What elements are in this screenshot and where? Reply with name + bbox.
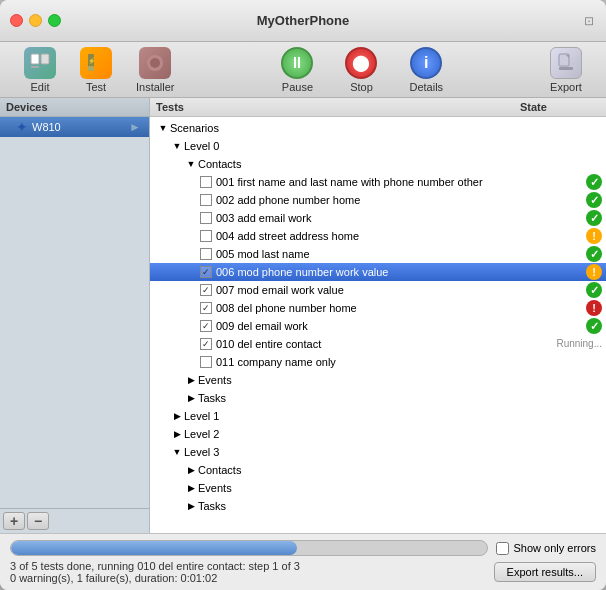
level3-expand-icon[interactable] (172, 447, 182, 457)
test-checkbox-009[interactable] (200, 320, 212, 332)
level0-expand-icon[interactable] (172, 141, 182, 151)
level1-row[interactable]: Level 1 (150, 407, 606, 425)
tasks3-expand-icon[interactable] (186, 501, 196, 511)
tree-view[interactable]: Scenarios Level 0 Contacts 001 first nam… (150, 117, 606, 533)
details-icon: i (410, 47, 442, 79)
svg-text:⚡: ⚡ (88, 57, 96, 65)
test-row-010[interactable]: 010 del entire contact Running... (150, 335, 606, 353)
test-row-001[interactable]: 001 first name and last name with phone … (150, 173, 606, 191)
contacts-expand-icon[interactable] (186, 159, 196, 169)
test-checkbox-008[interactable] (200, 302, 212, 314)
state-column-header: State (520, 101, 600, 113)
status-icon-001: ✓ (586, 174, 602, 190)
status-lines: 3 of 5 tests done, running 010 del entir… (10, 560, 596, 584)
test-checkbox-005[interactable] (200, 248, 212, 260)
add-device-button[interactable]: + (3, 512, 25, 530)
status-icon-007: ✓ (586, 282, 602, 298)
test-label-010: 010 del entire contact (216, 336, 552, 352)
details-button[interactable]: i Details (403, 43, 449, 97)
test-row-008[interactable]: 008 del phone number home ! (150, 299, 606, 317)
events-row[interactable]: Events (150, 371, 606, 389)
test-row-007[interactable]: 007 mod email work value ✓ (150, 281, 606, 299)
contacts-row[interactable]: Contacts (150, 155, 606, 173)
level2-row[interactable]: Level 2 (150, 425, 606, 443)
test-label-003: 003 add email work (216, 210, 584, 226)
stop-button[interactable]: ⬤ Stop (339, 43, 383, 97)
remove-device-button[interactable]: − (27, 512, 49, 530)
level1-expand-icon[interactable] (172, 411, 182, 421)
test-label-002: 002 add phone number home (216, 192, 584, 208)
test-label-008: 008 del phone number home (216, 300, 584, 316)
test-checkbox-007[interactable] (200, 284, 212, 296)
tasks-label: Tasks (198, 390, 602, 406)
tests-column-header: Tests (156, 101, 520, 113)
pause-button[interactable]: ⏸ Pause (275, 43, 319, 97)
tasks-expand-icon[interactable] (186, 393, 196, 403)
maximize-button[interactable] (48, 14, 61, 27)
contacts3-label: Contacts (198, 462, 602, 478)
sidebar-item-w810[interactable]: ✦ W810 ► (0, 117, 149, 137)
state-running: Running... (556, 336, 602, 352)
window-title: MyOtherPhone (257, 13, 349, 28)
test-checkbox-001[interactable] (200, 176, 212, 188)
level0-row[interactable]: Level 0 (150, 137, 606, 155)
installer-label: Installer (136, 81, 175, 93)
svg-point-7 (150, 58, 160, 68)
level1-label: Level 1 (184, 408, 602, 424)
test-checkbox-002[interactable] (200, 194, 212, 206)
sidebar-empty (0, 137, 149, 508)
level0-label: Level 0 (184, 138, 602, 154)
status-icon-003: ✓ (586, 210, 602, 226)
test-checkbox-004[interactable] (200, 230, 212, 242)
level2-expand-icon[interactable] (172, 429, 182, 439)
test-checkbox-011[interactable] (200, 356, 212, 368)
scenarios-label: Scenarios (170, 120, 602, 136)
installer-icon (139, 47, 171, 79)
export-results-button[interactable]: Export results... (494, 562, 596, 582)
events3-row[interactable]: Events (150, 479, 606, 497)
toolbar: Edit ⚡ Test Installer (0, 42, 606, 98)
test-row-005[interactable]: 005 mod last name ✓ (150, 245, 606, 263)
svg-rect-10 (559, 67, 573, 70)
events-label: Events (198, 372, 602, 388)
titlebar: MyOtherPhone ⊡ (0, 0, 606, 42)
test-icon: ⚡ (80, 47, 112, 79)
events3-expand-icon[interactable] (186, 483, 196, 493)
test-label: Test (86, 81, 106, 93)
tasks-row[interactable]: Tasks (150, 389, 606, 407)
edit-icon (24, 47, 56, 79)
edit-button[interactable]: Edit (16, 43, 64, 97)
level3-row[interactable]: Level 3 (150, 443, 606, 461)
edit-label: Edit (31, 81, 50, 93)
bottom-area: Show only errors 3 of 5 tests done, runn… (0, 533, 606, 590)
test-checkbox-010[interactable] (200, 338, 212, 350)
events-expand-icon[interactable] (186, 375, 196, 385)
level3-label: Level 3 (184, 444, 602, 460)
status-icon-005: ✓ (586, 246, 602, 262)
test-row-002[interactable]: 002 add phone number home ✓ (150, 191, 606, 209)
installer-button[interactable]: Installer (128, 43, 183, 97)
test-button[interactable]: ⚡ Test (72, 43, 120, 97)
test-row-003[interactable]: 003 add email work ✓ (150, 209, 606, 227)
test-row-006[interactable]: 006 mod phone number work value ! (150, 263, 606, 281)
status-line2: 0 warning(s), 1 failure(s), duration: 0:… (10, 572, 486, 584)
tasks3-label: Tasks (198, 498, 602, 514)
stop-label: Stop (350, 81, 373, 93)
export-toolbar-button[interactable]: Export (542, 43, 590, 97)
sidebar: Devices ✦ W810 ► + − (0, 98, 150, 533)
minimize-button[interactable] (29, 14, 42, 27)
scenarios-row[interactable]: Scenarios (150, 119, 606, 137)
close-button[interactable] (10, 14, 23, 27)
contacts3-expand-icon[interactable] (186, 465, 196, 475)
show-errors-checkbox[interactable] (496, 542, 509, 555)
resize-icon: ⊡ (582, 14, 596, 28)
test-checkbox-003[interactable] (200, 212, 212, 224)
test-checkbox-006[interactable] (200, 266, 212, 278)
test-row-004[interactable]: 004 add street address home ! (150, 227, 606, 245)
tasks3-row[interactable]: Tasks (150, 497, 606, 515)
scenarios-expand-icon[interactable] (158, 123, 168, 133)
test-row-011[interactable]: 011 company name only (150, 353, 606, 371)
contacts3-row[interactable]: Contacts (150, 461, 606, 479)
svg-rect-2 (41, 54, 49, 64)
test-row-009[interactable]: 009 del email work ✓ (150, 317, 606, 335)
